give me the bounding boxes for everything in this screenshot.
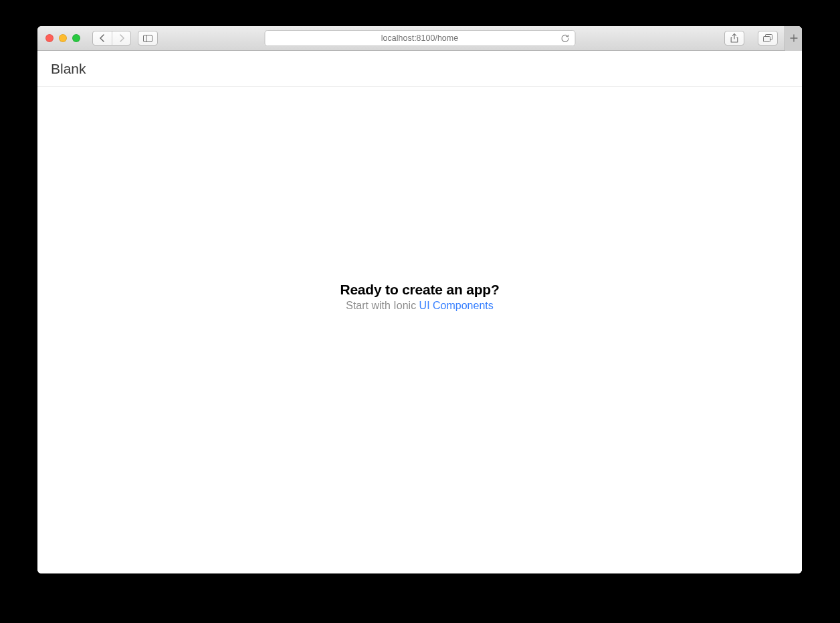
address-bar[interactable]: localhost:8100/home (264, 30, 575, 46)
page-content: Ready to create an app? Start with Ionic… (37, 87, 802, 573)
back-button[interactable] (93, 31, 112, 45)
welcome-subtext-prefix: Start with Ionic (346, 300, 419, 311)
svg-rect-0 (144, 35, 152, 41)
back-forward-group (92, 31, 131, 46)
sidebar-toggle-button[interactable] (138, 31, 158, 46)
nav-buttons-group (92, 31, 158, 46)
close-window-button[interactable] (45, 34, 54, 42)
reload-icon (560, 34, 569, 43)
address-text: localhost:8100/home (381, 33, 458, 43)
welcome-subtext: Start with Ionic UI Components (340, 300, 499, 312)
ionic-header: Blank (37, 51, 802, 87)
window-controls (45, 34, 80, 42)
welcome-block: Ready to create an app? Start with Ionic… (340, 282, 499, 312)
sidebar-icon (143, 35, 152, 42)
tabs-button[interactable] (758, 31, 778, 46)
browser-toolbar: localhost:8100/home (37, 26, 802, 51)
safari-window: localhost:8100/home (37, 26, 802, 573)
chevron-left-icon (100, 34, 105, 42)
share-button[interactable] (724, 31, 744, 46)
chevron-right-icon (119, 34, 124, 42)
maximize-window-button[interactable] (72, 34, 80, 42)
address-bar-wrap: localhost:8100/home (264, 30, 575, 46)
svg-rect-3 (764, 37, 770, 42)
ui-components-link[interactable]: UI Components (419, 300, 494, 311)
toolbar-right-group (718, 26, 795, 51)
reload-button[interactable] (560, 34, 569, 43)
tabs-icon (763, 34, 772, 42)
forward-button[interactable] (112, 31, 130, 45)
welcome-heading: Ready to create an app? (340, 282, 499, 298)
new-tab-button[interactable] (784, 26, 802, 51)
share-icon (730, 33, 738, 43)
minimize-window-button[interactable] (59, 34, 67, 42)
page-title: Blank (51, 61, 86, 77)
plus-icon (790, 34, 798, 42)
